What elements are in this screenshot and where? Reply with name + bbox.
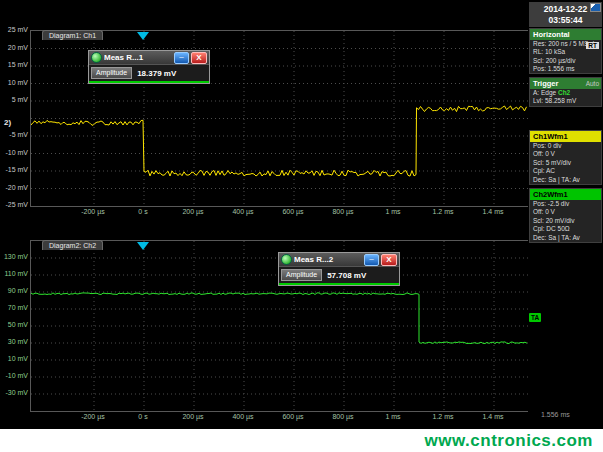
horizontal-scale: Scl: 200 µs/div bbox=[530, 57, 601, 65]
rohde-schwarz-logo-icon bbox=[590, 3, 601, 12]
trigger-source-label: Ch2 bbox=[558, 89, 570, 96]
y-axis-label: -20 mV bbox=[0, 184, 28, 191]
x-axis-label: 1 ms bbox=[368, 208, 418, 215]
ch1-position: Pos: 0 div bbox=[530, 142, 601, 150]
close-button[interactable]: X bbox=[381, 254, 397, 266]
ch1-panel-title: Ch1Wfm1 bbox=[530, 131, 601, 142]
datetime-display: 2014-12-22 03:55:44 bbox=[529, 2, 602, 27]
measurement-icon bbox=[281, 254, 292, 265]
y-axis-label: -30 mV bbox=[0, 389, 28, 396]
y-axis-label: -10 mV bbox=[0, 372, 28, 379]
ch1-waveform-panel[interactable]: Ch1Wfm1 Pos: 0 div Off: 0 V Scl: 5 mV/di… bbox=[529, 130, 602, 185]
x-axis-label: 0 s bbox=[118, 413, 168, 420]
time-label: 03:55:44 bbox=[529, 15, 602, 26]
x-axis-label: -200 µs bbox=[68, 208, 118, 215]
horizontal-panel-title: Horizontal bbox=[530, 29, 601, 40]
ch2-decimation: Dec: Sa | TA: Av bbox=[530, 234, 601, 242]
meas-result-window-1[interactable]: Meas R...1 – X Amplitude 18.379 mV bbox=[88, 50, 210, 84]
ch2-waveform-panel[interactable]: Ch2Wfm1 Pos: -2.5 div Off: 0 V Scl: 20 m… bbox=[529, 188, 602, 243]
x-axis-label: 1.2 ms bbox=[418, 208, 468, 215]
x-axis-label: 1.4 ms bbox=[468, 413, 518, 420]
ch2-position: Pos: -2.5 div bbox=[530, 200, 601, 208]
ch2-panel-title: Ch2Wfm1 bbox=[530, 189, 601, 200]
ch1-offset: Off: 0 V bbox=[530, 150, 601, 158]
tab-diagram1[interactable]: Diagram1: Ch1 bbox=[42, 30, 103, 40]
trigger-position-marker-icon[interactable] bbox=[137, 32, 149, 40]
x-axis-label: 800 µs bbox=[318, 413, 368, 420]
x-axis-label: 200 µs bbox=[168, 413, 218, 420]
trigger-position-marker-icon[interactable] bbox=[137, 242, 149, 250]
ch2-offset: Off: 0 V bbox=[530, 208, 601, 216]
meas-value: 57.708 mV bbox=[327, 271, 366, 280]
horizontal-record-length: RL: 10 kSa bbox=[530, 48, 601, 56]
ch1-scale: Scl: 5 mV/div bbox=[530, 159, 601, 167]
trigger-slope-label: A: Edge bbox=[533, 89, 556, 96]
watermark-url: www.cntronics.com bbox=[425, 431, 593, 451]
trigger-level-marker[interactable]: TA bbox=[529, 313, 541, 322]
y-axis-label: 20 mV bbox=[0, 44, 28, 51]
ch2-coupling: Cpl: DC 50Ω bbox=[530, 225, 601, 233]
y-axis-label: 130 mV bbox=[0, 253, 28, 260]
x-axis-label: -200 µs bbox=[68, 413, 118, 420]
tab-diagram2[interactable]: Diagram2: Ch2 bbox=[42, 240, 103, 250]
x-axis-label: 600 µs bbox=[268, 208, 318, 215]
meas-parameter-chip[interactable]: Amplitude bbox=[91, 67, 132, 79]
sidebar: 2014-12-22 03:55:44 Horizontal RT Res: 2… bbox=[528, 0, 603, 430]
minimize-button[interactable]: – bbox=[174, 52, 189, 64]
meas-window-title: Meas R...1 bbox=[104, 53, 172, 62]
x-axis-label: 1 ms bbox=[368, 413, 418, 420]
x-axis-label: 800 µs bbox=[318, 208, 368, 215]
y-axis-label: 110 mV bbox=[0, 270, 28, 277]
y-axis-label: 30 mV bbox=[0, 338, 28, 345]
meas-window-body: Amplitude 57.708 mV bbox=[279, 266, 399, 285]
y-axis-label: 50 mV bbox=[0, 321, 28, 328]
x-axis-label: 1.2 ms bbox=[418, 413, 468, 420]
y-axis-label: 10 mV bbox=[0, 355, 28, 362]
meas-result-window-2[interactable]: Meas R...2 – X Amplitude 57.708 mV bbox=[278, 252, 400, 286]
y-axis-label: 25 mV bbox=[0, 26, 28, 33]
realtime-badge: RT bbox=[586, 42, 599, 49]
trigger-mode-label: Auto bbox=[586, 78, 599, 89]
horizontal-panel[interactable]: Horizontal RT Res: 200 ns / 5 MSa/s RL: … bbox=[529, 28, 602, 74]
minimize-button[interactable]: – bbox=[364, 254, 379, 266]
ch2-scale: Scl: 20 mV/div bbox=[530, 217, 601, 225]
trigger-panel-title: Trigger Auto bbox=[530, 78, 601, 89]
close-button[interactable]: X bbox=[191, 52, 207, 64]
ch1wfm1-trace bbox=[31, 106, 527, 176]
x-axis-label: 400 µs bbox=[218, 413, 268, 420]
trigger-level-line: Lvl: 58.258 mV bbox=[530, 97, 601, 105]
horizontal-position: Pos: 1.556 ms bbox=[530, 65, 601, 73]
y-axis-label: -10 mV bbox=[0, 149, 28, 156]
x-axis-label: 400 µs bbox=[218, 208, 268, 215]
meas-window-titlebar: Meas R...1 – X bbox=[89, 51, 209, 64]
y-axis-label: 15 mV bbox=[0, 61, 28, 68]
y-axis-label: -25 mV bbox=[0, 201, 28, 208]
oscilloscope-screen: Diagram1: Ch1 Diagram2: Ch2 2) Meas R...… bbox=[0, 0, 603, 452]
meas-window-title: Meas R...2 bbox=[294, 255, 362, 264]
measurement-icon bbox=[91, 52, 102, 63]
meas-window-titlebar: Meas R...2 – X bbox=[279, 253, 399, 266]
trigger-title-label: Trigger bbox=[533, 79, 558, 88]
x-axis-label: 1.4 ms bbox=[468, 208, 518, 215]
channel-offset-marker[interactable]: 2) bbox=[4, 118, 11, 127]
x-axis-label: 0 s bbox=[118, 208, 168, 215]
meas-window-body: Amplitude 18.379 mV bbox=[89, 64, 209, 83]
meas-parameter-chip[interactable]: Amplitude bbox=[281, 269, 322, 281]
ch1-decimation: Dec: Sa | TA: Av bbox=[530, 176, 601, 184]
y-axis-label: -15 mV bbox=[0, 166, 28, 173]
trigger-type-line: A: Edge Ch2 bbox=[530, 89, 601, 97]
meas-value: 18.379 mV bbox=[137, 69, 176, 78]
bottom-strip: www.cntronics.com bbox=[0, 429, 603, 452]
y-axis-label: 90 mV bbox=[0, 287, 28, 294]
trigger-panel[interactable]: Trigger Auto A: Edge Ch2 Lvl: 58.258 mV bbox=[529, 77, 602, 107]
horizontal-position-readout: 1.556 ms bbox=[541, 411, 570, 418]
x-axis-label: 200 µs bbox=[168, 208, 218, 215]
ch2wfm1-trace bbox=[31, 293, 527, 344]
y-axis-label: 70 mV bbox=[0, 304, 28, 311]
x-axis-label: 600 µs bbox=[268, 413, 318, 420]
ch1-coupling: Cpl: AC bbox=[530, 167, 601, 175]
y-axis-label: -5 mV bbox=[0, 131, 28, 138]
y-axis-label: 5 mV bbox=[0, 96, 28, 103]
y-axis-label: 10 mV bbox=[0, 79, 28, 86]
